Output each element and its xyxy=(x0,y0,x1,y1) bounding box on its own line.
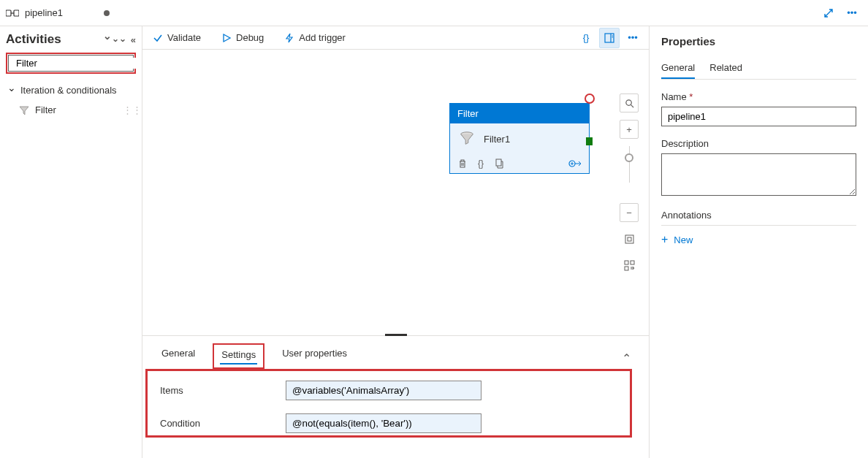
pipeline-title: pipeline1 xyxy=(25,7,63,18)
unsaved-indicator-icon xyxy=(104,10,110,16)
toolbar-more-icon[interactable]: ••• xyxy=(623,28,643,48)
tab-settings-highlight: Settings xyxy=(213,343,264,369)
section-iteration-conditionals[interactable]: Iteration & conditionals xyxy=(6,80,136,100)
pipeline-canvas[interactable]: Filter Filter1 {} + xyxy=(142,50,649,335)
zoom-in-button[interactable]: + xyxy=(620,120,639,139)
node-type-label: Filter xyxy=(450,104,589,123)
zoom-out-button[interactable]: − xyxy=(620,203,639,222)
properties-panel: Properties General Related Name * Descri… xyxy=(649,26,868,458)
prop-tab-related[interactable]: Related xyxy=(709,58,742,79)
activity-item-filter[interactable]: Filter ⋮⋮ xyxy=(6,100,136,120)
canvas-search-button[interactable] xyxy=(620,93,639,112)
svg-rect-18 xyxy=(628,237,631,241)
activities-sidebar: Activities ⌄⌄ Iteration & conditionals F… xyxy=(0,26,142,458)
bottom-panel: General Settings User properties Items C… xyxy=(142,335,649,458)
content-area: Validate Debug Add trigger {} ••• xyxy=(142,26,649,458)
add-annotation-button[interactable]: + New xyxy=(661,229,856,251)
plus-icon: + xyxy=(661,233,668,246)
svg-line-16 xyxy=(631,104,633,107)
canvas-toolbar: Validate Debug Add trigger {} ••• xyxy=(142,26,649,50)
svg-rect-17 xyxy=(625,235,633,243)
name-input[interactable] xyxy=(661,107,856,126)
node-name: Filter1 xyxy=(484,134,510,145)
activities-search-input[interactable] xyxy=(16,58,139,69)
svg-rect-5 xyxy=(605,34,614,42)
expand-icon[interactable] xyxy=(818,3,839,23)
topbar: pipeline1 ••• xyxy=(0,0,868,26)
collapse-all-icon[interactable]: ⌄⌄ xyxy=(103,32,126,47)
search-highlight-box xyxy=(6,53,136,74)
collapse-panel-icon[interactable] xyxy=(622,349,631,363)
tab-settings[interactable]: Settings xyxy=(220,348,257,365)
add-trigger-button[interactable]: Add trigger xyxy=(280,29,350,46)
panel-resize-handle[interactable] xyxy=(385,334,407,336)
zoom-slider-track xyxy=(629,146,630,183)
chevron-down-icon xyxy=(7,84,16,96)
activities-heading: Activities ⌄⌄ xyxy=(6,32,136,47)
canvas-tools: + − xyxy=(620,93,639,275)
annotations-label: Annotations xyxy=(661,210,856,221)
debug-button[interactable]: Debug xyxy=(217,29,268,46)
zoom-slider-handle[interactable] xyxy=(625,153,633,162)
settings-highlight-box xyxy=(145,369,632,438)
svg-rect-0 xyxy=(6,10,11,16)
svg-rect-1 xyxy=(14,10,19,16)
layout-button[interactable] xyxy=(620,256,639,275)
clone-icon[interactable] xyxy=(494,159,504,169)
validate-button[interactable]: Validate xyxy=(148,29,205,46)
code-view-icon[interactable]: {} xyxy=(576,28,596,48)
drag-grip-icon: ⋮⋮ xyxy=(123,104,129,115)
filter-icon xyxy=(459,131,475,147)
pipeline-icon xyxy=(6,8,19,18)
collapse-sidebar-icon[interactable] xyxy=(131,32,136,47)
svg-rect-19 xyxy=(625,261,628,264)
svg-rect-20 xyxy=(631,261,634,264)
properties-heading: Properties xyxy=(661,35,856,47)
prop-tab-general[interactable]: General xyxy=(661,58,695,79)
properties-toggle-icon[interactable] xyxy=(599,28,620,48)
node-expand-icon[interactable] xyxy=(568,159,582,169)
tab-general[interactable]: General xyxy=(160,343,197,369)
name-label: Name * xyxy=(661,91,856,102)
svg-point-15 xyxy=(625,99,631,104)
description-label: Description xyxy=(661,138,856,149)
tab-user-properties[interactable]: User properties xyxy=(281,343,349,369)
validation-error-icon xyxy=(585,93,595,104)
filter-activity-node[interactable]: Filter Filter1 {} xyxy=(449,103,590,174)
node-code-icon[interactable]: {} xyxy=(478,159,484,169)
svg-rect-21 xyxy=(625,267,628,270)
description-input[interactable] xyxy=(661,153,856,196)
more-icon[interactable]: ••• xyxy=(842,3,862,23)
svg-rect-10 xyxy=(496,159,501,166)
delete-icon[interactable] xyxy=(457,159,468,169)
filter-icon xyxy=(19,105,29,115)
fit-screen-button[interactable] xyxy=(620,229,639,248)
